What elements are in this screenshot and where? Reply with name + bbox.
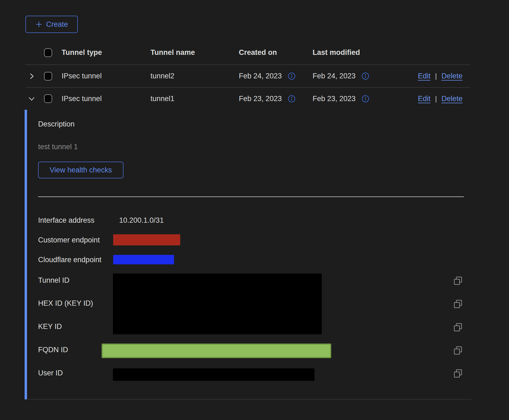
table-row-tunnel1: IPsec tunnel tunnel1 Feb 23, 2023 Feb 23… [25, 88, 470, 110]
created-on-info-button[interactable] [288, 72, 296, 80]
copy-icon [453, 369, 463, 378]
table-header-row: Tunnel type Tunnel name Created on Last … [25, 41, 470, 65]
table-row-tunnel2: IPsec tunnel tunnel2 Feb 24, 2023 Feb 24… [25, 65, 470, 88]
column-header-tunnel-type: Tunnel type [62, 48, 150, 57]
tunnel-type-cell: IPsec tunnel [62, 72, 150, 80]
created-on-cell: Feb 24, 2023 [239, 72, 282, 80]
cloudflare-endpoint-redacted-value [113, 255, 174, 264]
tunnel-name-cell: tunnel2 [150, 72, 239, 80]
customer-endpoint-redacted-value [113, 234, 180, 245]
select-row-checkbox[interactable] [44, 94, 52, 103]
copy-icon [453, 276, 463, 286]
copy-icon [453, 322, 463, 332]
delete-link[interactable]: Delete [441, 95, 463, 103]
create-button[interactable]: Create [25, 16, 78, 33]
fqdn-id-label: FQDN ID [38, 345, 68, 354]
copy-tunnel-id-button[interactable] [453, 276, 463, 286]
chevron-down-icon [28, 95, 36, 103]
customer-endpoint-label: Customer endpoint [38, 236, 100, 244]
info-circle-icon [361, 95, 369, 103]
expand-row-button[interactable] [28, 72, 36, 80]
key-id-label: KEY ID [38, 322, 62, 331]
last-modified-cell: Feb 24, 2023 [313, 72, 356, 80]
fqdn-id-redacted-value [102, 344, 331, 358]
column-header-created-on: Created on [239, 48, 313, 57]
last-modified-info-button[interactable] [361, 72, 369, 80]
created-on-cell: Feb 23, 2023 [239, 95, 282, 103]
interface-address-value: 10.200.1.0/31 [119, 216, 164, 225]
ids-redacted-value [113, 274, 322, 334]
column-header-last-modified: Last modified [313, 48, 389, 57]
view-health-checks-button[interactable]: View health checks [38, 162, 123, 178]
create-button-label: Create [46, 20, 68, 29]
info-circle-icon [361, 72, 369, 80]
plus-icon [35, 21, 43, 28]
collapse-row-button[interactable] [28, 95, 36, 103]
copy-key-id-button[interactable] [453, 322, 463, 332]
expanded-tunnel-details: Description test tunnel 1 View health ch… [25, 110, 471, 399]
copy-user-id-button[interactable] [453, 369, 463, 378]
delete-link[interactable]: Delete [441, 72, 463, 80]
copy-icon [453, 299, 463, 309]
interface-address-label: Interface address [38, 216, 95, 225]
action-separator: | [435, 72, 437, 80]
edit-link[interactable]: Edit [418, 95, 431, 103]
description-value: test tunnel 1 [38, 142, 78, 151]
info-circle-icon [288, 72, 296, 80]
tunnel-type-cell: IPsec tunnel [62, 95, 150, 103]
last-modified-info-button[interactable] [361, 95, 369, 103]
last-modified-cell: Feb 23, 2023 [313, 95, 356, 103]
chevron-right-icon [28, 72, 36, 80]
tunnel-id-label: Tunnel ID [38, 276, 69, 285]
edit-link[interactable]: Edit [418, 72, 431, 80]
tunnel-name-cell: tunnel1 [150, 95, 239, 103]
hex-id-label: HEX ID (KEY ID) [38, 299, 93, 308]
select-all-checkbox[interactable] [44, 48, 52, 57]
section-divider [38, 196, 464, 197]
select-row-checkbox[interactable] [44, 72, 52, 81]
copy-fqdn-id-button[interactable] [453, 346, 463, 355]
user-id-label: User ID [38, 369, 63, 377]
tunnel-table: Tunnel type Tunnel name Created on Last … [25, 41, 470, 110]
cloudflare-endpoint-label: Cloudflare endpoint [38, 255, 101, 264]
copy-hex-id-button[interactable] [453, 299, 463, 309]
info-circle-icon [288, 95, 296, 103]
copy-icon [453, 346, 463, 355]
column-header-tunnel-name: Tunnel name [150, 48, 239, 57]
description-label: Description [38, 120, 75, 128]
ipsec-tunnels-page: Create Tunnel type Tunnel name Created o… [0, 0, 509, 420]
user-id-redacted-value [113, 368, 314, 381]
created-on-info-button[interactable] [288, 95, 296, 103]
action-separator: | [435, 95, 437, 103]
